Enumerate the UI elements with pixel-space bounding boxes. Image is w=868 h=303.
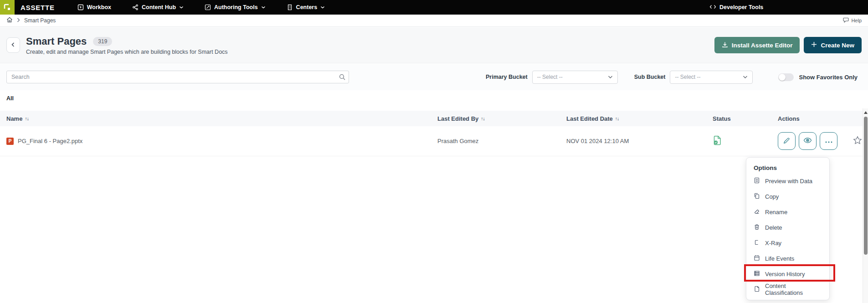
calendar-icon [754,255,760,262]
code-icon [709,4,716,10]
help-link[interactable]: Help [843,17,862,24]
breadcrumb-item-smart-pages[interactable]: Smart Pages [24,17,56,24]
sort-icon[interactable]: ↑↓ [481,116,485,121]
vertical-scrollbar[interactable] [863,108,868,303]
chevron-down-icon [320,5,325,9]
column-header-actions: Actions [778,115,863,122]
file-icon [754,286,760,293]
powerpoint-file-icon: P [6,138,14,145]
more-options-button[interactable] [820,132,837,150]
chevron-left-icon [10,41,16,49]
sub-bucket-select[interactable]: -- Select -- [670,71,753,84]
back-button[interactable] [6,37,20,53]
last-edited-date-cell: NOV 01 2024 12:10 AM [566,138,713,144]
menu-item-preview-with-data[interactable]: Preview with Data [754,173,822,189]
bracket-icon [754,239,760,247]
chevron-down-icon [608,74,613,80]
menu-item-label: Preview with Data [765,178,812,185]
button-label: Install Assette Editor [732,42,793,49]
page-header: Smart Pages 319 Create, edit and manage … [0,27,868,63]
scrollbar-up-arrow-icon[interactable] [864,111,868,114]
menu-item-delete[interactable]: Delete [754,220,822,235]
assette-logo-icon[interactable] [0,0,15,15]
download-icon [722,41,728,49]
home-icon[interactable] [6,17,13,24]
nav-content-hub[interactable]: Content Hub [132,4,184,10]
button-label: Create New [821,42,854,49]
nav-centers[interactable]: Centers [287,4,325,10]
column-label: Name [6,115,22,122]
primary-bucket-select[interactable]: -- Select -- [532,71,618,84]
favorite-star-button[interactable] [853,136,862,146]
count-badge: 319 [93,37,112,46]
search-icon[interactable] [339,74,345,82]
brand-name: ASSETTE [21,4,55,11]
column-header-last-edited-by[interactable]: Last Edited By ↑↓ [437,115,566,122]
menu-item-label: X-Ray [765,240,781,247]
menu-item-label: Version History [765,271,805,277]
name-cell: P PG_Final 6 - Page2.pptx [0,138,437,145]
actions-cell [778,132,863,150]
last-edited-by-cell: Prasath Gomez [437,138,566,144]
column-header-last-edited-date[interactable]: Last Edited Date ↑↓ [566,115,713,122]
menu-item-rename[interactable]: Rename [754,204,822,220]
document-lines-icon [754,177,760,185]
menu-item-content-classifications[interactable]: Content Classifications [754,282,822,297]
title-block: Smart Pages 319 Create, edit and manage … [26,36,228,55]
nav-workbox[interactable]: Workbox [77,4,111,10]
column-label: Status [713,115,731,122]
nav-label: Centers [296,4,318,10]
chevron-down-icon [179,5,184,9]
nav-label: Content Hub [142,4,176,10]
install-assette-editor-button[interactable]: Install Assette Editor [714,37,800,53]
breadcrumb-bar: Smart Pages Help [0,15,868,27]
chevron-down-icon [743,74,748,80]
status-cell [713,135,778,147]
table-row[interactable]: P PG_Final 6 - Page2.pptx Prasath Gomez … [0,126,863,156]
page-subtitle: Create, edit and manage Smart Pages whic… [26,49,228,55]
scrollbar-thumb[interactable] [864,117,868,255]
file-name[interactable]: PG_Final 6 - Page2.pptx [18,138,82,144]
create-new-button[interactable]: Create New [804,37,862,53]
options-context-menu: Options Preview with Data Copy Rename De… [746,157,830,300]
context-menu-title: Options [754,162,822,173]
nav-authoring-tools[interactable]: Authoring Tools [205,4,266,10]
header-actions: Install Assette Editor Create New [714,37,862,53]
workbox-icon [77,4,84,10]
menu-item-label: Delete [765,224,782,231]
edit-square-icon [205,4,211,10]
pencil-icon [783,137,791,146]
ellipsis-icon [825,138,832,144]
nav-label: Workbox [87,4,111,10]
favorites-toggle-wrap: Show Favorites Only [778,73,858,81]
sub-bucket-label: Sub Bucket [634,74,666,80]
preview-button[interactable] [799,132,817,150]
menu-item-version-history[interactable]: Version History [754,266,822,282]
breadcrumb-separator [17,17,20,24]
menu-item-life-events[interactable]: Life Events [754,251,822,266]
page-title: Smart Pages [26,36,87,47]
nav-developer-tools[interactable]: Developer Tools [709,4,763,10]
column-header-status: Status [713,115,778,122]
top-navigation-bar: ASSETTE Workbox Content Hub Authoring To… [0,0,868,15]
show-favorites-toggle[interactable] [778,73,794,81]
menu-item-copy[interactable]: Copy [754,189,822,204]
sort-icon[interactable]: ↑↓ [25,116,29,121]
app-window: ASSETTE Workbox Content Hub Authoring To… [0,0,868,303]
primary-bucket-label: Primary Bucket [486,74,528,80]
tab-all[interactable]: All [6,95,14,102]
column-label: Actions [778,115,800,122]
breadcrumb: Smart Pages [6,17,56,24]
toggle-knob [779,74,786,81]
favorites-toggle-label: Show Favorites Only [799,74,858,81]
edit-button[interactable] [778,132,796,150]
help-label: Help [851,18,862,23]
column-header-name[interactable]: Name ↑↓ [0,115,437,122]
trash-icon [754,224,760,231]
primary-nav: Workbox Content Hub Authoring Tools Cent… [77,4,325,10]
search-input[interactable] [6,71,349,83]
sort-icon[interactable]: ↑↓ [615,116,619,121]
menu-item-x-ray[interactable]: X-Ray [754,235,822,251]
menu-item-label: Copy [765,193,779,200]
select-value: -- Select -- [537,74,563,80]
